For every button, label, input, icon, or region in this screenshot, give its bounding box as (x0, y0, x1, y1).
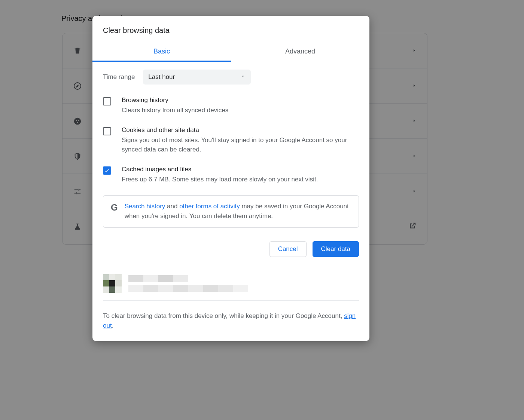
signout-hint: To clear browsing data from this device … (92, 304, 369, 341)
checkbox-cached[interactable] (103, 166, 111, 175)
time-range-select[interactable]: Last hour (143, 70, 251, 85)
dialog-content: Time range Last hour Browsing history Cl… (92, 62, 369, 266)
cancel-button[interactable]: Cancel (269, 241, 307, 257)
account-name-redacted (128, 275, 248, 292)
option-title: Cookies and other site data (122, 126, 359, 134)
dialog-buttons: Cancel Clear data (103, 241, 359, 257)
other-activity-link[interactable]: other forms of activity (179, 203, 240, 210)
account-avatar-redacted (103, 274, 122, 293)
clear-browsing-data-dialog: Clear browsing data Basic Advanced Time … (92, 16, 369, 341)
option-desc: Clears history from all synced devices (122, 105, 228, 115)
checkbox-browsing-history[interactable] (103, 97, 111, 105)
clear-data-button[interactable]: Clear data (313, 241, 359, 257)
time-range-label: Time range (103, 73, 135, 81)
info-text: Search history and other forms of activi… (125, 202, 351, 221)
time-range-row: Time range Last hour (103, 70, 359, 85)
checkbox-cookies[interactable] (103, 127, 111, 135)
option-cookies: Cookies and other site data Signs you ou… (103, 126, 359, 154)
tab-basic[interactable]: Basic (92, 42, 231, 62)
option-title: Cached images and files (122, 166, 318, 173)
option-desc: Frees up 6.7 MB. Some sites may load mor… (122, 175, 318, 184)
google-g-icon: G (111, 202, 118, 213)
account-section (92, 266, 369, 304)
dialog-title: Clear browsing data (92, 16, 369, 35)
google-account-info: G Search history and other forms of acti… (103, 195, 359, 228)
chevron-down-icon (240, 73, 246, 81)
option-desc: Signs you out of most sites. You'll stay… (122, 135, 359, 154)
account-row (103, 274, 359, 301)
time-range-value: Last hour (148, 73, 175, 81)
option-cached: Cached images and files Frees up 6.7 MB.… (103, 166, 359, 184)
tab-advanced[interactable]: Advanced (231, 42, 369, 62)
option-title: Browsing history (122, 96, 228, 104)
option-browsing-history: Browsing history Clears history from all… (103, 96, 359, 115)
dialog-tabs: Basic Advanced (92, 42, 369, 62)
search-history-link[interactable]: Search history (125, 203, 165, 210)
